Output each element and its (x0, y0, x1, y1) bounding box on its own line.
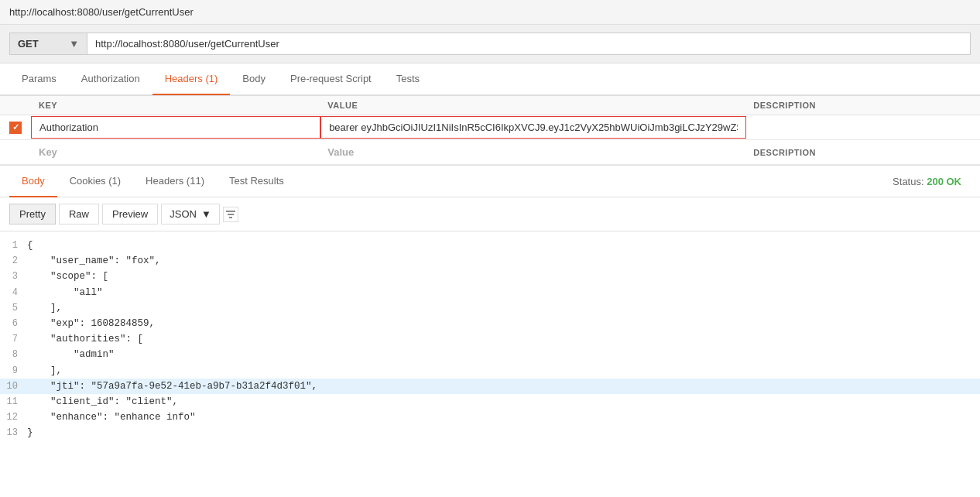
response-tabs-left: Body Cookies (1) Headers (11) Test Resul… (9, 166, 296, 197)
placeholder-value[interactable]: Value (320, 140, 745, 164)
row-key-0[interactable] (31, 116, 320, 139)
url-input[interactable] (87, 33, 971, 55)
col-value-header: VALUE (320, 96, 745, 115)
code-line-7: 7 "authorities": [ (0, 331, 980, 347)
tab-response-test-results[interactable]: Test Results (217, 166, 296, 197)
tab-response-cookies[interactable]: Cookies (1) (57, 166, 133, 197)
headers-section: KEY VALUE DESCRIPTION Key Value Descript… (0, 95, 980, 166)
format-type-label: JSON (170, 208, 197, 220)
code-line-11: 11 "client_id": "client", (0, 394, 980, 410)
method-select[interactable]: GET ▼ (9, 33, 87, 55)
code-line-3: 3 "scope": [ (0, 269, 980, 284)
line-content-2: "user_name": "fox", (27, 253, 980, 269)
line-content-1: { (27, 238, 980, 253)
code-line-8: 8 "admin" (0, 347, 980, 362)
code-line-6: 6 "exp": 1608284859, (0, 316, 980, 331)
key-input-0[interactable] (39, 122, 312, 133)
line-number-1: 1 (0, 238, 27, 253)
line-content-11: "client_id": "client", (27, 394, 980, 410)
tab-tests[interactable]: Tests (384, 63, 432, 95)
line-content-5: ], (27, 300, 980, 316)
line-number-12: 12 (0, 410, 27, 425)
code-line-1: 1{ (0, 238, 980, 253)
col-key-header: KEY (31, 96, 320, 115)
line-number-4: 4 (0, 286, 27, 300)
request-tabs-bar: Params Authorization Headers (1) Body Pr… (0, 63, 980, 95)
line-content-9: ], (27, 363, 980, 379)
tab-authorization[interactable]: Authorization (69, 63, 152, 95)
col-desc-header: DESCRIPTION (745, 96, 980, 115)
headers-col-row: KEY VALUE DESCRIPTION (0, 95, 980, 115)
format-btn-preview[interactable]: Preview (102, 204, 158, 225)
method-chevron: ▼ (69, 38, 79, 50)
code-line-5: 5 ], (0, 300, 980, 316)
row-desc-0[interactable] (746, 115, 980, 139)
line-content-3: "scope": [ (27, 269, 980, 284)
desc-input-0[interactable] (754, 122, 972, 133)
tab-prerequest[interactable]: Pre-request Script (278, 63, 384, 95)
title-url: http://localhost:8080/user/getCurrentUse… (9, 6, 194, 18)
line-number-10: 10 (0, 379, 27, 394)
tab-response-headers[interactable]: Headers (11) (133, 166, 217, 197)
header-row-0 (0, 115, 980, 140)
title-bar: http://localhost:8080/user/getCurrentUse… (0, 0, 980, 25)
code-line-13: 13} (0, 425, 980, 440)
format-btn-raw[interactable]: Raw (59, 204, 99, 225)
checkbox-checked[interactable] (9, 122, 22, 134)
tab-headers[interactable]: Headers (1) (152, 63, 231, 95)
code-line-9: 9 ], (0, 363, 980, 379)
line-number-13: 13 (0, 426, 27, 440)
row-value-0[interactable] (320, 116, 746, 139)
status-label: Status: (893, 176, 923, 187)
format-type-select[interactable]: JSON ▼ (161, 204, 220, 225)
response-tabs-bar: Body Cookies (1) Headers (11) Test Resul… (0, 166, 980, 197)
code-line-4: 4 "all" (0, 285, 980, 300)
line-content-4: "all" (27, 285, 980, 300)
format-bar: Pretty Raw Preview JSON ▼ (0, 197, 980, 231)
line-content-12: "enhance": "enhance info" (27, 410, 980, 425)
line-number-2: 2 (0, 254, 27, 269)
line-number-6: 6 (0, 317, 27, 331)
code-line-2: 2 "user_name": "fox", (0, 253, 980, 269)
code-line-10: 10 "jti": "57a9a7fa-9e52-41eb-a9b7-b31a2… (0, 379, 980, 394)
code-viewer: 1{2 "user_name": "fox",3 "scope": [4 "al… (0, 231, 980, 447)
line-number-9: 9 (0, 364, 27, 379)
placeholder-desc[interactable]: Description (745, 143, 980, 162)
method-label: GET (18, 38, 39, 50)
placeholder-row: Key Value Description (0, 140, 980, 165)
line-number-8: 8 (0, 348, 27, 362)
line-number-7: 7 (0, 332, 27, 347)
tab-body[interactable]: Body (230, 63, 278, 95)
line-number-5: 5 (0, 301, 27, 316)
line-number-11: 11 (0, 395, 27, 410)
tab-params[interactable]: Params (9, 63, 69, 95)
line-content-13: } (27, 425, 980, 440)
url-bar: GET ▼ (0, 25, 980, 63)
placeholder-key[interactable]: Key (31, 140, 320, 164)
line-number-3: 3 (0, 269, 27, 284)
tab-response-body[interactable]: Body (9, 166, 57, 197)
line-content-6: "exp": 1608284859, (27, 316, 980, 331)
row-checkbox-0[interactable] (0, 122, 31, 134)
status-code: 200 OK (927, 176, 961, 187)
filter-icon[interactable] (223, 207, 238, 222)
line-content-7: "authorities": [ (27, 331, 980, 347)
code-line-12: 12 "enhance": "enhance info" (0, 410, 980, 425)
line-content-8: "admin" (27, 347, 980, 362)
col-checkbox-header (0, 96, 31, 115)
format-btn-pretty[interactable]: Pretty (9, 204, 56, 225)
response-status: Status: 200 OK (883, 168, 971, 195)
value-input-0[interactable] (329, 122, 738, 133)
line-content-10: "jti": "57a9a7fa-9e52-41eb-a9b7-b31a2f4d… (27, 379, 980, 394)
format-type-chevron: ▼ (201, 208, 211, 220)
